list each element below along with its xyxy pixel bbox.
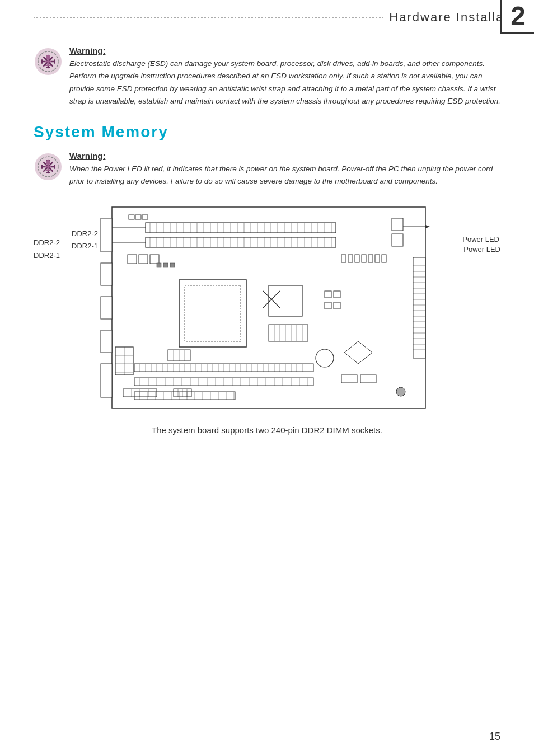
diagram-area: DDR2-2 DDR2-1 Power LED	[34, 201, 500, 414]
svg-rect-98	[269, 285, 302, 316]
header-dots-decoration	[34, 16, 383, 18]
chapter-number-box: 2	[500, 0, 534, 34]
main-content: Warning: Electrostatic discharge (ESD) c…	[0, 25, 534, 468]
svg-rect-29	[101, 297, 112, 319]
svg-rect-31	[101, 364, 112, 397]
warning-text-2: Warning: When the Power LED lit red, it …	[69, 151, 500, 188]
section-title-system-memory: System Memory	[34, 123, 500, 141]
svg-rect-30	[101, 330, 112, 353]
svg-point-10	[46, 55, 50, 59]
svg-rect-28	[101, 263, 112, 285]
warning-body-2: When the Power LED lit red, it indicates…	[69, 165, 493, 185]
warning-icon-2	[34, 152, 63, 181]
svg-rect-219	[163, 263, 168, 267]
ddr2-2-positioned: DDR2-2	[72, 229, 98, 238]
ddr-labels: DDR2-2 DDR2-1	[34, 236, 60, 262]
motherboard-diagram	[67, 201, 459, 414]
footer-description: The system board supports two 240-pin DD…	[34, 425, 500, 435]
warning-icon-1	[34, 47, 63, 76]
page-number: 15	[489, 731, 500, 743]
power-led-positioned: — Power LED	[453, 235, 499, 243]
ddr2-1-label: DDR2-1	[34, 249, 60, 262]
ddr2-1-positioned: DDR2-1	[72, 242, 98, 250]
svg-rect-27	[101, 218, 112, 252]
warning-block-1: Warning: Electrostatic discharge (ESD) c…	[34, 46, 500, 107]
warning-text-1: Warning: Electrostatic discharge (ESD) c…	[69, 46, 500, 107]
power-led-label: Power LED	[463, 245, 500, 253]
svg-rect-218	[157, 263, 161, 267]
svg-marker-95	[425, 225, 430, 228]
ddr2-2-label: DDR2-2	[34, 236, 60, 249]
warning-block-2: Warning: When the Power LED lit red, it …	[34, 151, 500, 188]
svg-point-195	[396, 387, 405, 396]
svg-point-23	[46, 160, 50, 165]
page-header: Hardware Installation 2	[0, 0, 534, 25]
warning-body-1: Electrostatic discharge (ESD) can damage…	[69, 59, 500, 105]
svg-rect-96	[179, 280, 246, 347]
warning-label-1: Warning:	[69, 46, 500, 55]
chapter-number: 2	[510, 3, 526, 30]
svg-rect-220	[170, 263, 175, 267]
warning-label-2: Warning:	[69, 151, 500, 161]
